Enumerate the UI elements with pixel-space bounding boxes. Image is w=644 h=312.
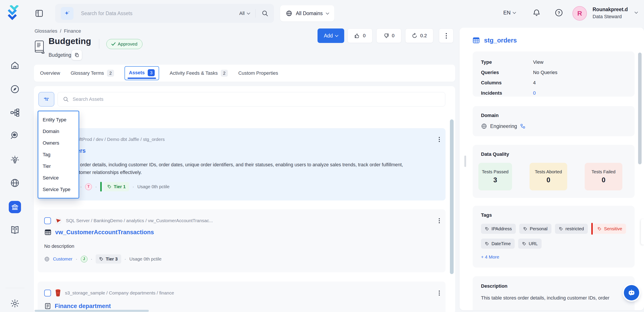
tag-icon <box>99 257 104 261</box>
tag-datetime[interactable]: DateTime <box>481 239 515 249</box>
help-icon[interactable]: ? <box>554 8 563 17</box>
tag-sensitive[interactable]: Sensitive <box>594 224 626 234</box>
domain-value-link[interactable]: Engineering <box>490 123 517 129</box>
tests-passed-tile[interactable]: Tests Passed 3 <box>478 163 512 190</box>
asset-breadcrumb: RedshiftProd / dev / Demo dbt Jaffle / s… <box>66 137 165 142</box>
sidebar-item-insights-bulb[interactable] <box>10 155 20 165</box>
asset-domain-link[interactable]: Customer <box>53 256 72 262</box>
edge-drawer-handle[interactable] <box>641 219 644 244</box>
tier-badge[interactable]: Tier 3 <box>96 254 121 264</box>
tests-failed-tile[interactable]: Tests Failed 0 <box>585 163 622 190</box>
asset-title-link[interactable]: vw_CustomerAccountTransactions <box>44 229 154 236</box>
tests-aborted-tile[interactable]: Tests Aborted 0 <box>530 163 567 190</box>
description-card: Description This table stores order deta… <box>473 276 634 310</box>
asset-kebab-icon[interactable] <box>439 136 440 143</box>
tags-more-link[interactable]: + 4 More <box>481 254 626 260</box>
owner-avatar[interactable]: T <box>85 183 92 190</box>
usage-label: Usage 0th pctile <box>138 184 170 189</box>
add-button-label: Add <box>324 33 333 39</box>
user-menu[interactable]: Rounakpreet.d Data Steward <box>592 7 628 20</box>
horizontal-scrollbar[interactable] <box>34 310 149 312</box>
tile-value: 3 <box>493 176 497 184</box>
filter-option-service-type[interactable]: Service Type <box>38 184 78 195</box>
status-badge[interactable]: Approved <box>106 39 142 49</box>
asset-title: Finance department <box>55 303 111 309</box>
asset-card-stg-orders[interactable]: RedshiftProd / dev / Demo dbt Jaffle / s… <box>38 128 446 201</box>
asset-checkbox[interactable] <box>44 290 51 296</box>
chatbot-button[interactable] <box>624 285 639 300</box>
sidebar-item-observability-eye[interactable] <box>10 131 20 140</box>
filter-option-tier[interactable]: Tier <box>38 160 78 172</box>
add-button[interactable]: Add <box>318 29 344 43</box>
asset-card-vw-customer[interactable]: SQL Server / BankingDemo / analytics / v… <box>38 209 446 272</box>
tag-restricted[interactable]: restricted <box>555 224 588 234</box>
tab-activity-feeds[interactable]: Activity Feeds & Tasks 2 <box>170 70 228 77</box>
asset-checkbox[interactable] <box>44 217 51 224</box>
asset-list-scrollbar[interactable] <box>450 119 454 274</box>
asset-search-bar[interactable] <box>58 92 445 106</box>
upvote-button[interactable]: 0 <box>348 29 372 43</box>
search-input[interactable] <box>81 11 240 17</box>
sidebar-item-governance-active[interactable] <box>9 201 21 213</box>
overview-row-columns: Columns 4 <box>481 80 626 86</box>
atlan-logo-icon[interactable] <box>8 5 22 21</box>
sidebar-item-lineage-sitemap[interactable] <box>10 108 20 117</box>
downvote-button[interactable]: 0 <box>376 29 401 43</box>
filter-option-entity-type[interactable]: Entity Type <box>38 114 78 125</box>
user-avatar[interactable]: R <box>572 6 587 21</box>
tab-count-badge: 2 <box>107 70 114 77</box>
tab-label: Activity Feeds & Tasks <box>170 70 218 76</box>
asset-kebab-icon[interactable] <box>439 217 440 224</box>
tag-url[interactable]: URL <box>518 239 542 249</box>
tier-badge[interactable]: Tier 1 <box>104 182 129 191</box>
ai-sparkle-icon[interactable] <box>61 7 74 20</box>
global-search-bar[interactable]: All <box>55 4 274 23</box>
tag-label: IPAddress <box>492 226 512 231</box>
tag-ipaddress[interactable]: IPAddress <box>481 224 516 234</box>
tab-custom-properties[interactable]: Custom Properties <box>238 70 278 76</box>
sidebar-item-glossary-book[interactable] <box>10 225 20 235</box>
breadcrumb-glossaries[interactable]: Glossaries <box>34 28 57 34</box>
filter-option-service[interactable]: Service <box>38 172 78 184</box>
tag-personal[interactable]: Personal <box>519 224 552 234</box>
copy-icon[interactable] <box>72 50 82 60</box>
user-menu-chevron-icon[interactable] <box>634 10 638 14</box>
search-icon[interactable] <box>262 10 268 17</box>
asset-kebab-icon[interactable] <box>439 290 440 296</box>
sidebar-toggle-icon[interactable] <box>34 9 44 18</box>
meta-dot: · <box>76 256 78 262</box>
table-icon <box>44 229 52 236</box>
tab-glossary-terms[interactable]: Glossary Terms 2 <box>71 70 114 77</box>
owner-avatar[interactable]: J <box>81 256 88 262</box>
breadcrumb-finance[interactable]: Finance <box>64 28 81 34</box>
filter-option-tag[interactable]: Tag <box>38 149 78 160</box>
asset-title-link[interactable]: Finance department <box>44 302 111 309</box>
hierarchy-icon[interactable] <box>520 124 526 129</box>
sidebar-item-home[interactable] <box>10 61 20 70</box>
asset-card-finance-department[interactable]: s3_storage_sample / Company departments … <box>38 281 446 312</box>
incidents-link[interactable]: 0 <box>533 90 536 96</box>
sidebar-item-web-globe[interactable] <box>10 178 20 188</box>
sidebar-item-discover-compass[interactable] <box>10 84 20 94</box>
tab-overview[interactable]: Overview <box>40 70 60 76</box>
more-actions-button[interactable] <box>439 29 454 43</box>
top-bar: All All Domains EN <box>0 0 644 27</box>
tag-label: DateTime <box>492 241 511 246</box>
notifications-bell-icon[interactable] <box>532 8 541 17</box>
language-selector[interactable]: EN <box>503 10 516 16</box>
preview-panel-scrollbar[interactable] <box>638 53 642 164</box>
description-heading: Description <box>481 283 626 289</box>
sidebar-item-settings-gear[interactable] <box>10 299 20 308</box>
tab-assets-active[interactable]: Assets 3 <box>124 66 159 80</box>
search-scope-dropdown[interactable]: All <box>240 11 250 16</box>
asset-search-input[interactable] <box>73 96 440 102</box>
score-button[interactable]: 0.2 <box>405 29 433 43</box>
tab-count-badge: 3 <box>148 69 155 76</box>
filter-option-domain[interactable]: Domain <box>38 125 78 137</box>
preview-title-link[interactable]: stg_orders <box>472 36 517 44</box>
filter-option-owners[interactable]: Owners <box>38 137 78 149</box>
filter-button[interactable] <box>38 92 54 106</box>
overview-value: View <box>533 59 543 65</box>
all-domains-dropdown[interactable]: All Domains <box>280 5 334 22</box>
panel-resize-handle[interactable] <box>464 155 466 167</box>
